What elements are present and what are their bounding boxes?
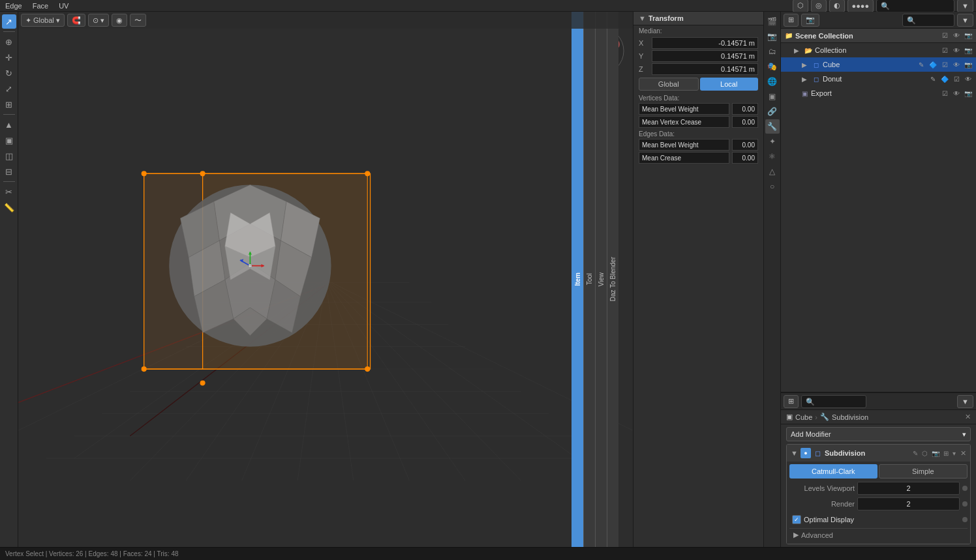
svg-point-32 bbox=[142, 367, 146, 372]
y-value-input[interactable] bbox=[652, 50, 758, 62]
advanced-row[interactable]: ▶ Advanced bbox=[789, 528, 968, 541]
physics-icon[interactable]: ⚛ bbox=[765, 149, 780, 164]
knife-icon[interactable]: ✂ bbox=[2, 184, 16, 199]
donut-row[interactable]: ▶ ◻ Donut ✎ 🔷 ☑ 👁 bbox=[781, 72, 976, 86]
export-check-icon[interactable]: ☑ bbox=[939, 88, 950, 98]
scene-topbar-btn1[interactable]: ⊞ bbox=[784, 14, 799, 27]
collection-check-icon[interactable]: ☑ bbox=[939, 45, 950, 55]
mod-icon-5[interactable]: ▾ bbox=[953, 450, 956, 457]
modifier-filter-btn[interactable]: ▼ bbox=[957, 395, 973, 408]
object-prop-icon[interactable]: ▣ bbox=[765, 89, 780, 104]
donut-check-icon[interactable]: ☑ bbox=[951, 74, 962, 84]
modifier-topbar-btn[interactable]: ⊞ bbox=[784, 395, 799, 408]
modifier-expand-icon[interactable]: ▼ bbox=[791, 449, 798, 457]
mod-close-icon[interactable]: ✕ bbox=[960, 449, 966, 458]
mean-crease-value[interactable]: 0.00 bbox=[732, 152, 758, 164]
z-value-input[interactable] bbox=[652, 63, 758, 75]
render-mode-btn[interactable]: ⬡ bbox=[793, 0, 808, 12]
menu-face[interactable]: Face bbox=[30, 1, 51, 10]
item-tab[interactable]: Item bbox=[572, 12, 583, 547]
transform-panel-header[interactable]: ▼ Transform bbox=[633, 12, 763, 25]
overlay-vp-btn[interactable]: 〜 bbox=[130, 14, 146, 27]
cube-row[interactable]: ▶ ◻ Cube ✎ 🔷 ☑ 👁 📷 bbox=[781, 57, 976, 72]
transform-pivot-btn[interactable]: ◉ bbox=[112, 14, 127, 27]
levels-viewport-value[interactable]: 2 bbox=[857, 482, 960, 495]
view-tab[interactable]: View bbox=[595, 12, 607, 547]
constraints-icon[interactable]: 🔗 bbox=[765, 104, 780, 119]
mod-icon-2[interactable]: ⬡ bbox=[922, 450, 928, 457]
export-cam-icon[interactable]: 📷 bbox=[963, 88, 973, 98]
daz-blender-tab[interactable]: Daz To Blender bbox=[607, 12, 618, 547]
cube-eye-icon[interactable]: 👁 bbox=[951, 59, 962, 70]
tool-tab[interactable]: Tool bbox=[583, 12, 595, 547]
world-prop-icon[interactable]: 🌐 bbox=[765, 74, 780, 89]
donut-action2-icon[interactable]: 🔷 bbox=[939, 74, 950, 84]
add-modifier-btn[interactable]: Add Modifier ▾ bbox=[786, 427, 971, 441]
collection-cam-icon[interactable]: 📷 bbox=[963, 45, 973, 55]
overlay-btn[interactable]: ◎ bbox=[811, 0, 827, 12]
cursor-tool-icon[interactable]: ⊕ bbox=[2, 35, 16, 49]
scale-tool-icon[interactable]: ⤢ bbox=[2, 81, 16, 96]
select-tool-icon[interactable]: ↗ bbox=[2, 14, 16, 29]
mod-icon-1[interactable]: ✎ bbox=[913, 450, 918, 457]
cube-check-icon[interactable]: ☑ bbox=[939, 59, 950, 70]
menu-uv[interactable]: UV bbox=[56, 1, 71, 10]
mod-icon-3[interactable]: 📷 bbox=[932, 450, 939, 457]
scene-eye-icon[interactable]: 👁 bbox=[951, 31, 962, 41]
donut-eye-icon[interactable]: 👁 bbox=[963, 74, 973, 84]
proportional-btn[interactable]: ⊙ ▾ bbox=[88, 14, 109, 27]
breadcrumb-close-icon[interactable]: ✕ bbox=[965, 413, 971, 421]
top-search-input[interactable] bbox=[876, 0, 954, 12]
catmull-clark-btn[interactable]: Catmull-Clark bbox=[789, 464, 877, 479]
render-prop-icon[interactable]: 🎬 bbox=[765, 14, 780, 29]
rotate-tool-icon[interactable]: ↻ bbox=[2, 66, 16, 80]
bevel-tool-icon[interactable]: ◫ bbox=[2, 149, 16, 163]
extrude-tool-icon[interactable]: ▲ bbox=[2, 117, 16, 132]
scene-cam-icon[interactable]: 📷 bbox=[963, 31, 973, 41]
mod-icon-4[interactable]: ⊞ bbox=[943, 450, 949, 457]
mesh-data-icon[interactable]: △ bbox=[765, 164, 780, 179]
mean-bevel-weight-value[interactable]: 0.00 bbox=[732, 103, 758, 115]
optimal-display-checkbox[interactable]: ✓ bbox=[792, 515, 801, 524]
scene-filter-btn[interactable]: ▼ bbox=[957, 14, 973, 27]
output-prop-icon[interactable]: 📷 bbox=[765, 29, 780, 44]
scene-search-input[interactable] bbox=[902, 14, 954, 27]
measure-icon[interactable]: 📏 bbox=[2, 200, 16, 214]
export-eye-icon[interactable]: 👁 bbox=[951, 88, 962, 98]
render-value[interactable]: 2 bbox=[857, 497, 960, 510]
local-btn[interactable]: Local bbox=[700, 78, 759, 91]
global-btn[interactable]: Global bbox=[639, 78, 699, 91]
simple-btn[interactable]: Simple bbox=[879, 464, 968, 479]
cube-action2-icon[interactable]: 🔷 bbox=[928, 59, 938, 70]
loop-cut-icon[interactable]: ⊟ bbox=[2, 164, 16, 179]
modifier-search-input[interactable] bbox=[801, 395, 866, 408]
x-value-input[interactable] bbox=[652, 37, 758, 49]
xray-btn[interactable]: ◐ bbox=[829, 0, 845, 12]
material-icon[interactable]: ○ bbox=[765, 179, 780, 194]
modifier-prop-icon[interactable]: 🔧 bbox=[765, 119, 780, 134]
mean-vertex-crease-value[interactable]: 0.00 bbox=[732, 116, 758, 128]
snap-header-btn[interactable]: ✦ Global ▾ bbox=[21, 14, 65, 27]
viewlayer-prop-icon[interactable]: 🗂 bbox=[765, 44, 780, 59]
scene-topbar-btn2[interactable]: 📷 bbox=[801, 14, 819, 27]
scene-prop-icon[interactable]: 🎭 bbox=[765, 59, 780, 74]
donut-action1-icon[interactable]: ✎ bbox=[928, 74, 938, 84]
breadcrumb-cube[interactable]: Cube bbox=[795, 413, 812, 421]
collection-eye-icon[interactable]: 👁 bbox=[951, 45, 962, 55]
mean-bevel-weight-edges-value[interactable]: 0.00 bbox=[732, 139, 758, 151]
menu-edge[interactable]: Edge bbox=[3, 1, 25, 10]
particles-icon[interactable]: ✦ bbox=[765, 134, 780, 149]
inset-tool-icon[interactable]: ▣ bbox=[2, 133, 16, 147]
viewport[interactable]: ✦ Global ▾ 🧲 ⊙ ▾ ◉ 〜 bbox=[18, 12, 633, 547]
shading-btn[interactable]: ●●●● bbox=[847, 0, 874, 12]
snap-btn[interactable]: 🧲 bbox=[67, 14, 85, 27]
filter-btn[interactable]: ▼ bbox=[957, 0, 973, 12]
scene-check-icon[interactable]: ☑ bbox=[939, 31, 950, 41]
cube-cam-icon[interactable]: 📷 bbox=[963, 59, 973, 70]
collection-row[interactable]: ▶ 📂 Collection ☑ 👁 📷 bbox=[781, 43, 976, 57]
move-tool-icon[interactable]: ✛ bbox=[2, 50, 16, 65]
transform-tool-icon[interactable]: ⊞ bbox=[2, 97, 16, 111]
cube-action1-icon[interactable]: ✎ bbox=[916, 59, 926, 70]
modifier-vis-icon[interactable]: ● bbox=[801, 448, 811, 458]
export-row[interactable]: ▣ Export ☑ 👁 📷 bbox=[781, 86, 976, 100]
